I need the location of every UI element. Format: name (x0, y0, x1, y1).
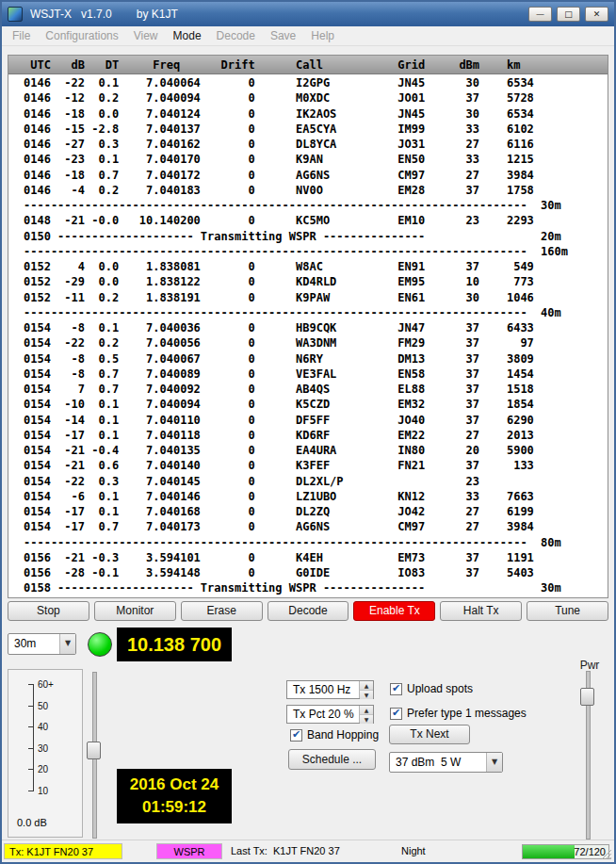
pwr-slider[interactable] (580, 671, 594, 840)
decode-row[interactable]: 0154 -10 0.1 7.040094 0 K5CZD EM32 37 18… (8, 397, 608, 412)
menu-file[interactable]: File (5, 26, 38, 45)
menu-help[interactable]: Help (303, 26, 342, 45)
rx-gain-slider[interactable] (87, 672, 101, 839)
meter-scale-label: 10 (38, 786, 48, 796)
meter-scale-label: 40 (38, 722, 48, 732)
decode-row[interactable]: 0146 -22 0.1 7.040064 0 I2GPG JN45 30 65… (8, 75, 608, 90)
tx-next-button[interactable]: Tx Next (389, 725, 470, 744)
checkmark-icon: ✔ (392, 682, 400, 694)
decode-row[interactable]: 0152 -29 0.0 1.838122 0 KD4RLD EM95 10 7… (8, 274, 608, 289)
checkmark-icon: ✔ (292, 728, 300, 741)
progress-fill (523, 845, 575, 858)
decode-row[interactable]: 0154 7 0.7 7.040092 0 AB4QS EL88 37 1518 (8, 382, 608, 397)
decode-row[interactable]: 0148 -21 -0.0 10.140200 0 KC5MO EM10 23 … (8, 213, 608, 228)
window-byline: by K1JT (137, 8, 178, 21)
decode-row[interactable]: 0146 -15 -2.8 7.040137 0 EA5CYA IM99 33 … (8, 122, 608, 137)
decode-row[interactable]: 0154 -6 0.1 7.040146 0 LZ1UBO KN12 33 76… (8, 489, 608, 504)
decode-row[interactable]: 0146 -18 0.0 7.040124 0 IK2AOS JN45 30 6… (8, 106, 608, 122)
wsjtx-window: WSJT-X v1.7.0 by K1JT — □ ✕ FileConfigur… (0, 0, 616, 864)
power-select-value: 37 dBm 5 W (390, 753, 486, 772)
decode-row[interactable]: 0146 -23 0.1 7.040170 0 K9AN EN50 33 121… (8, 152, 608, 167)
date-label: 2016 Oct 24 (117, 774, 232, 796)
tune-button[interactable]: Tune (527, 601, 608, 621)
status-lamp (88, 632, 112, 657)
decode-row[interactable]: 0146 -4 0.2 7.040183 0 NV0O EM28 37 1758 (8, 183, 608, 198)
menu-configurations[interactable]: Configurations (38, 26, 125, 45)
meter-readout: 0.0 dB (17, 817, 47, 828)
meter-scale-label: 60+ (38, 679, 54, 690)
decode-row[interactable]: 0154 -17 0.7 7.040173 0 AG6NS CM97 27 39… (8, 519, 608, 534)
band-separator: ----------------------------------------… (8, 305, 608, 320)
band-select[interactable]: 30m ▼ (8, 633, 76, 655)
decode-row[interactable]: 0154 -21 -0.4 7.040135 0 EA4URA IN80 20 … (8, 443, 608, 458)
tx-pct-spinner[interactable]: Tx Pct 20 % ▲ ▼ (286, 705, 374, 724)
close-button[interactable]: ✕ (585, 7, 608, 22)
spin-down-icon[interactable]: ▼ (360, 691, 373, 699)
decode-row[interactable]: 0154 -8 0.5 7.040067 0 N6RY DM13 37 3809 (8, 351, 608, 367)
stop-button[interactable]: Stop (8, 601, 89, 621)
decode-row[interactable]: 0154 -14 0.1 7.040110 0 DF5FF JO40 37 62… (8, 413, 608, 428)
decode-row[interactable]: 0152 4 0.0 1.838081 0 W8AC EN91 37 549 (8, 259, 608, 274)
size-grip[interactable] (600, 848, 611, 859)
decode-row[interactable]: 0156 -21 -0.3 3.594101 0 K4EH EM73 37 11… (8, 550, 608, 565)
power-select[interactable]: 37 dBm 5 W ▼ (389, 752, 503, 773)
titlebar: WSJT-X v1.7.0 by K1JT — □ ✕ (2, 2, 614, 26)
tx-freq-spin-arrows: ▲ ▼ (359, 681, 373, 698)
meter-scale-label: 20 (38, 764, 48, 774)
spin-up-icon[interactable]: ▲ (360, 706, 373, 715)
band-activity-table[interactable]: UTC dB DT Freq Drift Call Grid dBm km 01… (8, 55, 608, 598)
tx-freq-spinner[interactable]: Tx 1500 Hz ▲ ▼ (286, 680, 374, 699)
meter-axis (33, 684, 34, 791)
minimize-button[interactable]: — (528, 7, 552, 22)
close-icon: ✕ (593, 9, 601, 19)
decode-row[interactable]: 0154 -22 0.3 7.040145 0 DL2XL/P 23 (8, 474, 608, 489)
decode-row[interactable]: 0154 -8 0.1 7.040036 0 HB9CQK JN47 37 64… (8, 320, 608, 335)
band-hopping-checkbox[interactable]: ✔ Band Hopping (290, 728, 379, 742)
monitor-button[interactable]: Monitor (94, 601, 176, 621)
pwr-slider-handle[interactable] (580, 688, 594, 706)
menu-view[interactable]: View (126, 26, 166, 45)
upload-spots-checkbox[interactable]: ✔ Upload spots (390, 682, 473, 695)
maximize-button[interactable]: □ (557, 7, 580, 22)
time-label: 01:59:12 (117, 796, 232, 819)
menu-mode[interactable]: Mode (166, 26, 209, 45)
decode-button[interactable]: Decode (267, 601, 349, 621)
tx-progress-bar: 72/120 (522, 844, 609, 859)
checkbox-box: ✔ (390, 708, 402, 720)
decode-row[interactable]: 0156 -28 -0.1 3.594148 0 G0IDE IO83 37 5… (8, 565, 608, 580)
last-tx-label: Last Tx: K1JT FN20 37 (231, 845, 340, 856)
decode-row[interactable]: 0154 -21 0.6 7.040140 0 K3FEF FN21 37 13… (8, 458, 608, 473)
rx-gain-slider-handle[interactable] (87, 742, 101, 759)
spin-down-icon[interactable]: ▼ (360, 715, 373, 724)
menu-save[interactable]: Save (263, 26, 303, 45)
decode-row[interactable]: 0146 -18 0.7 7.040172 0 AG6NS CM97 27 39… (8, 168, 608, 183)
spin-up-icon[interactable]: ▲ (360, 681, 373, 691)
tx-pct-spin-arrows: ▲ ▼ (359, 706, 373, 723)
tx-marker: 0150 -------------------- Transmitting W… (8, 229, 608, 244)
prefer-type1-label: Prefer type 1 messages (407, 707, 527, 720)
decode-row[interactable]: 0154 -17 0.1 7.040118 0 KD6RF EM22 27 20… (8, 428, 608, 443)
enable-tx-button[interactable]: Enable Tx (353, 601, 435, 621)
pwr-label: Pwr (573, 659, 607, 672)
schedule-button[interactable]: Schedule ... (288, 749, 376, 770)
chevron-down-icon[interactable]: ▼ (59, 634, 75, 654)
menu-decode[interactable]: Decode (209, 26, 263, 45)
decode-row[interactable]: 0146 -12 0.2 7.040094 0 M0XDC JO01 37 57… (8, 90, 608, 106)
frequency-display: 10.138 700 (117, 628, 232, 661)
decode-row[interactable]: 0154 -22 0.2 7.040056 0 WA3DNM FM29 37 9… (8, 335, 608, 350)
halt-tx-button[interactable]: Halt Tx (440, 601, 522, 621)
erase-button[interactable]: Erase (181, 601, 263, 621)
decode-row[interactable]: 0154 -8 0.7 7.040089 0 VE3FAL EN58 37 14… (8, 367, 608, 382)
chevron-down-icon[interactable]: ▼ (486, 753, 502, 772)
period-label: Night (401, 845, 426, 856)
decode-row[interactable]: 0152 -11 0.2 1.838191 0 K9PAW EN61 30 10… (8, 290, 608, 305)
app-icon (8, 7, 23, 22)
datetime-display: 2016 Oct 24 01:59:12 (117, 769, 232, 823)
decode-row[interactable]: 0146 -27 0.3 7.040162 0 DL8YCA JO31 27 6… (8, 137, 608, 152)
prefer-type1-checkbox[interactable]: ✔ Prefer type 1 messages (390, 707, 527, 720)
rx-meter: 60+5040302010 0.0 dB (8, 669, 83, 838)
window-controls: — □ ✕ (528, 7, 608, 22)
main-button-row: Stop Monitor Erase Decode Enable Tx Halt… (8, 601, 608, 621)
decode-row[interactable]: 0154 -17 0.1 7.040168 0 DL2ZQ JO42 27 61… (8, 504, 608, 519)
table-header: UTC dB DT Freq Drift Call Grid dBm km (8, 56, 608, 74)
